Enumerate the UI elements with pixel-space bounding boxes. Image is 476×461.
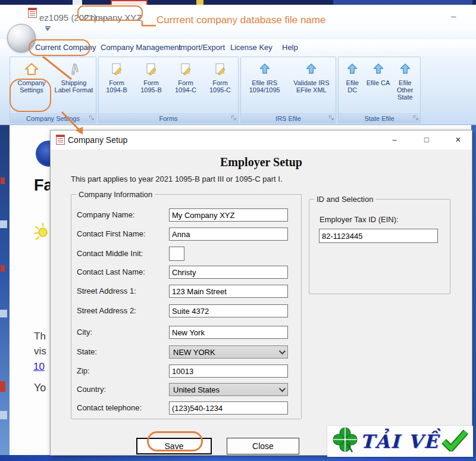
dialog-launcher-icon[interactable] (89, 115, 95, 122)
validate-xml-button[interactable]: Validate IRS EFile XML (288, 60, 334, 113)
ein-input[interactable] (319, 229, 438, 243)
group-forms: Form 1094-B Form 1095-B Form 1094-C (98, 57, 239, 123)
group-company-settings: Company Settings Shipping Label Format C… (10, 57, 96, 123)
state-select-value: NEW YORK (173, 348, 215, 357)
tab-import-export[interactable]: Import/Export (176, 41, 227, 54)
form-1094c-button[interactable]: Form 1094-C (169, 60, 202, 113)
form-icon (214, 61, 226, 77)
company-settings-button[interactable]: Company Settings (11, 60, 52, 113)
zip-input[interactable] (169, 365, 288, 378)
street-address-1-input[interactable] (169, 285, 288, 298)
street-address-2-input[interactable] (169, 304, 288, 317)
strip-fragment (333, 0, 472, 5)
form-icon (180, 61, 192, 77)
street-address-1-label: Street Address 1: (77, 286, 136, 295)
dialog-subtitle: This part applies to year 2021 1095-B pa… (71, 175, 283, 183)
form-1094b-button[interactable]: Form 1094-B (100, 60, 133, 113)
button-label: Form 1094-C (169, 79, 202, 94)
group-label-company-settings: Company Settings (10, 113, 96, 123)
button-label: Efile CA (367, 79, 390, 86)
watermark-text: TẢI VỀ (360, 431, 439, 452)
dialog-launcher-icon[interactable] (231, 115, 237, 122)
tab-license-key[interactable]: License Key (228, 41, 275, 54)
form-1095c-button[interactable]: Form 1095-C (203, 60, 237, 113)
group-label-forms: Forms (99, 113, 238, 123)
background-text-fragment: Th (34, 331, 46, 342)
quick-access-dropdown-icon[interactable] (44, 26, 51, 31)
contact-telephone-input[interactable] (169, 401, 288, 415)
tab-company-management[interactable]: Company Management (98, 41, 183, 54)
window-title-company: Company XYZ (84, 13, 142, 23)
dialog-launcher-icon[interactable] (328, 115, 334, 122)
band-mark (0, 381, 5, 392)
group-title: Company Information (76, 190, 155, 199)
form-1095b-button[interactable]: Form 1095-B (134, 60, 168, 113)
download-watermark[interactable]: TẢI VỀ (327, 426, 473, 457)
background-window-strip (0, 0, 476, 5)
upload-arrow-icon (259, 61, 271, 77)
button-label: Efile DC (340, 79, 364, 94)
background-text-fragment: Yo (34, 382, 46, 394)
id-and-selection-group: ID and Selection Employer Tax ID (EIN): (309, 199, 450, 294)
dialog-maximize-button[interactable]: □ (420, 134, 433, 146)
tab-help[interactable]: Help (280, 41, 300, 54)
dialog-titlebar: Company Setup – □ × (51, 130, 472, 149)
main-titlebar: ez1095 (2021) --- Company XYZ – (0, 5, 476, 39)
city-input[interactable] (169, 326, 288, 339)
band-mark (1, 265, 5, 272)
dialog-minimize-button[interactable]: – (388, 134, 401, 146)
group-label-text: Forms (159, 115, 177, 122)
ein-label: Employer Tax ID (EIN): (320, 215, 399, 224)
checkmark-icon (441, 429, 468, 454)
chevron-down-icon (279, 348, 286, 354)
upload-arrow-icon (372, 61, 384, 77)
dialog-title: Company Setup (68, 135, 127, 145)
background-link-fragment[interactable]: 10 (33, 361, 45, 373)
state-select[interactable]: NEW YORK (169, 345, 288, 359)
dialog-icon (56, 135, 65, 145)
dialog-launcher-icon[interactable] (413, 115, 419, 122)
employer-setup-heading: Employer Setup (51, 155, 472, 169)
tab-current-company[interactable]: Current Company (33, 41, 99, 54)
dialog-close-button[interactable]: × (452, 134, 465, 146)
company-name-input[interactable] (169, 208, 288, 222)
street-address-2-label: Street Address 2: (77, 306, 136, 315)
contact-last-name-input[interactable] (169, 266, 288, 279)
close-button[interactable]: Close (227, 438, 299, 454)
country-select[interactable]: United States (169, 383, 288, 396)
chevron-down-icon (279, 385, 286, 392)
efile-ca-button[interactable]: Efile CA (367, 60, 390, 113)
button-label: Efile Other State (392, 79, 418, 101)
background-text-fragment: vis (34, 345, 46, 357)
form-icon (145, 61, 157, 77)
button-label: Company Settings (11, 79, 52, 94)
efile-irs-button[interactable]: Efile IRS 1094/1095 (242, 60, 287, 113)
shipping-label-format-button[interactable]: Shipping Label Format (53, 60, 95, 113)
contact-middle-init-input[interactable] (169, 247, 184, 261)
group-label-text: IRS Efile (275, 115, 301, 122)
screen: Fa Th vis 10 Yo ez1095 (2021) --- Compan… (0, 0, 476, 461)
group-state-efile: Efile DC Efile CA Efile Other State Stat… (338, 57, 421, 123)
lightbulb-icon (33, 222, 51, 244)
button-label: Shipping Label Format (53, 79, 95, 94)
country-select-value: United States (173, 385, 220, 394)
group-label-state-efile: State Efile (339, 113, 420, 123)
minimize-button[interactable]: – (451, 11, 456, 21)
save-button[interactable]: Save (136, 438, 212, 454)
button-label: Form 1095-B (134, 79, 168, 94)
contact-first-name-input[interactable] (169, 228, 288, 241)
left-scroll-band (0, 125, 10, 461)
band-mark (0, 220, 7, 228)
group-irs-efile: Efile IRS 1094/1095 Validate IRS EFile X… (240, 57, 336, 123)
band-mark (0, 310, 7, 317)
group-label-irs-efile: IRS Efile (241, 113, 336, 123)
efile-other-state-button[interactable]: Efile Other State (392, 60, 418, 113)
upload-arrow-icon (346, 61, 358, 77)
efile-dc-button[interactable]: Efile DC (340, 60, 364, 113)
company-setup-dialog: Company Setup – □ × Employer Setup This … (50, 130, 472, 456)
button-label: Efile IRS 1094/1095 (242, 79, 287, 94)
contact-first-name-label: Contact First Name: (77, 229, 146, 238)
application-menu-orb[interactable] (7, 24, 36, 52)
state-label: State: (77, 347, 97, 356)
company-name-label: Company Name: (77, 210, 135, 219)
